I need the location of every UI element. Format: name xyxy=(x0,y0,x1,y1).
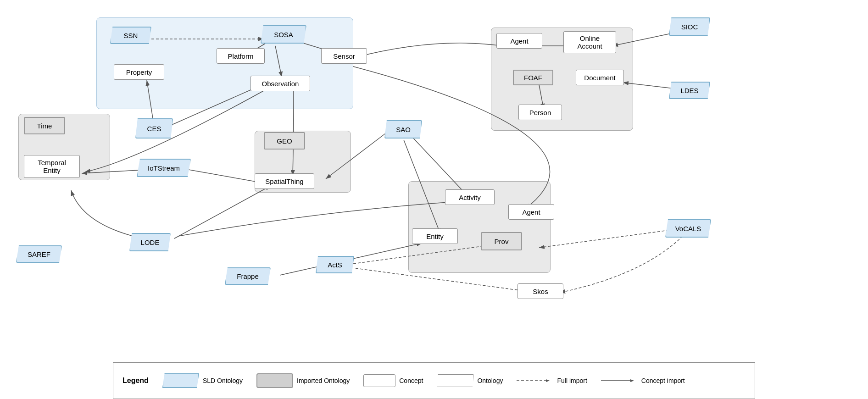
activity-node: Activity xyxy=(445,189,495,205)
foaf-label: FOAF xyxy=(524,74,542,82)
svg-line-11 xyxy=(404,140,440,234)
vocals-label: VoCALS xyxy=(675,225,701,233)
legend-full-import-label: Full import xyxy=(557,377,587,384)
ssn-label: SSN xyxy=(124,32,138,39)
saref-node: SAREF xyxy=(16,245,62,263)
person-node: Person xyxy=(518,105,562,120)
spatialthing-label: SpatialThing xyxy=(265,177,303,185)
ssn-node: SSN xyxy=(110,27,151,44)
online-account-label: OnlineAccount xyxy=(577,34,602,50)
prov-label: Prov xyxy=(495,238,509,245)
agent-foaf-label: Agent xyxy=(510,37,528,45)
vocals-node: VoCALS xyxy=(665,219,711,238)
spatialthing-node: SpatialThing xyxy=(255,173,314,189)
legend-concept-import-label: Concept import xyxy=(641,377,685,384)
frappe-node: Frappe xyxy=(225,267,271,285)
svg-line-5 xyxy=(275,46,282,77)
legend-ontology-label: Ontology xyxy=(477,377,503,384)
iotstream-node: IoTStream xyxy=(137,159,191,177)
document-node: Document xyxy=(576,70,624,85)
svg-marker-23 xyxy=(546,379,550,382)
ces-node: CES xyxy=(135,118,173,139)
svg-line-7 xyxy=(169,87,257,126)
legend-imported-item: Imported Ontology xyxy=(256,373,350,388)
temporal-entity-node: TemporalEntity xyxy=(24,155,80,178)
ces-label: CES xyxy=(147,125,161,133)
svg-line-17 xyxy=(539,228,683,248)
acts-node: ActS xyxy=(316,256,354,273)
activity-label: Activity xyxy=(459,194,481,201)
sioc-node: SIOC xyxy=(669,17,710,36)
frappe-label: Frappe xyxy=(237,272,259,280)
acts-label: ActS xyxy=(328,261,342,269)
temporal-entity-label: TemporalEntity xyxy=(38,159,66,174)
legend-solid-icon xyxy=(601,376,638,385)
ldes-label: LDES xyxy=(680,87,698,94)
skos-node: Skos xyxy=(517,283,563,299)
sensor-label: Sensor xyxy=(333,52,355,60)
foaf-node: FOAF xyxy=(513,70,553,85)
svg-line-12 xyxy=(326,131,389,179)
legend-concept-label: Concept xyxy=(399,377,423,384)
diagram: SSN SOSA Property Platform Observation S… xyxy=(0,0,868,358)
legend: Legend SLD Ontology Imported Ontology Co… xyxy=(113,362,755,399)
legend-concept-icon xyxy=(363,374,395,387)
geo-node: GEO xyxy=(264,132,305,150)
ldes-node: LDES xyxy=(669,82,710,99)
legend-ontology-icon xyxy=(437,374,473,387)
legend-full-import-item: Full import xyxy=(517,376,587,385)
sao-label: SAO xyxy=(396,126,411,133)
iotstream-label: IoTStream xyxy=(148,164,180,172)
svg-line-10 xyxy=(411,135,468,196)
sosa-node: SOSA xyxy=(261,25,306,44)
svg-line-8 xyxy=(184,169,266,183)
property-label: Property xyxy=(126,68,152,76)
agent-prov-node: Agent xyxy=(508,204,554,220)
legend-concept-item: Concept xyxy=(363,374,423,387)
connections-svg xyxy=(0,0,868,358)
legend-imported-icon xyxy=(256,373,293,388)
skos-label: Skos xyxy=(533,288,548,295)
person-label: Person xyxy=(529,109,551,116)
legend-sld-icon xyxy=(162,373,199,388)
time-label: Time xyxy=(37,122,52,130)
observation-label: Observation xyxy=(262,80,299,88)
sensor-node: Sensor xyxy=(321,48,367,64)
sioc-label: SIOC xyxy=(681,23,698,31)
prov-node: Prov xyxy=(481,232,522,250)
lode-label: LODE xyxy=(141,238,160,246)
svg-line-16 xyxy=(356,268,527,291)
agent-foaf-node: Agent xyxy=(496,33,542,49)
document-label: Document xyxy=(584,74,615,82)
legend-imported-label: Imported Ontology xyxy=(297,377,350,384)
agent-prov-label: Agent xyxy=(522,208,540,216)
saref-label: SAREF xyxy=(28,250,50,258)
property-node: Property xyxy=(114,64,164,80)
platform-node: Platform xyxy=(217,48,265,64)
legend-concept-import-item: Concept import xyxy=(601,376,685,385)
svg-line-6 xyxy=(147,80,154,124)
geo-label: GEO xyxy=(277,137,292,145)
time-node: Time xyxy=(24,117,65,134)
legend-dashed-icon xyxy=(517,376,553,385)
sosa-label: SOSA xyxy=(274,31,293,39)
legend-title: Legend xyxy=(122,377,149,385)
svg-line-13 xyxy=(174,186,271,238)
legend-sld-item: SLD Ontology xyxy=(162,373,243,388)
legend-sld-label: SLD Ontology xyxy=(203,377,243,384)
sao-node: SAO xyxy=(384,120,422,139)
platform-label: Platform xyxy=(228,52,254,60)
online-account-node: OnlineAccount xyxy=(563,31,616,53)
entity-node: Entity xyxy=(412,228,458,244)
lode-node: LODE xyxy=(129,233,171,251)
svg-line-15 xyxy=(353,245,489,264)
svg-marker-25 xyxy=(630,379,634,382)
legend-ontology-item: Ontology xyxy=(437,374,503,387)
entity-label: Entity xyxy=(426,233,444,240)
observation-node: Observation xyxy=(250,76,310,91)
